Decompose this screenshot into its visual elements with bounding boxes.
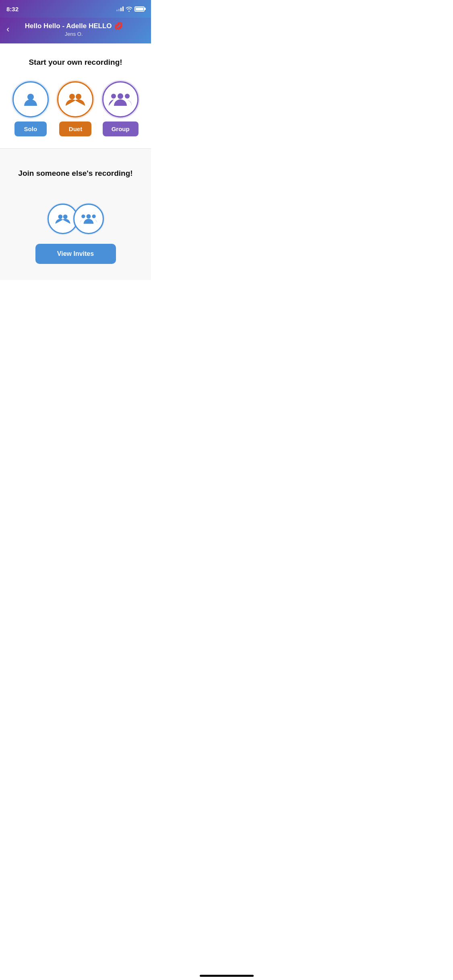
battery-icon xyxy=(134,6,145,12)
svg-point-7 xyxy=(63,214,67,219)
own-recording-title: Start your own recording! xyxy=(8,58,143,67)
header-text: Hello Hello - Adelle HELLO 💋 Jens O. xyxy=(12,22,145,37)
header-emoji: 💋 xyxy=(114,22,123,30)
svg-point-8 xyxy=(81,214,85,218)
svg-point-10 xyxy=(92,214,95,218)
duet-option[interactable]: Duet xyxy=(57,81,93,136)
join-group-circle xyxy=(73,204,104,234)
wifi-icon xyxy=(126,6,132,12)
svg-point-6 xyxy=(58,214,62,219)
svg-point-1 xyxy=(69,94,75,99)
svg-point-5 xyxy=(125,94,130,99)
group-people-icon xyxy=(109,91,132,108)
join-group-icon xyxy=(79,212,98,226)
navigation-header: ‹ Hello Hello - Adelle HELLO 💋 Jens O. xyxy=(0,18,151,43)
solo-circle xyxy=(12,81,49,117)
status-bar: 8:32 xyxy=(0,0,151,18)
svg-point-4 xyxy=(118,93,123,99)
join-recording-title: Join someone else's recording! xyxy=(18,169,132,178)
group-circle xyxy=(102,81,139,117)
solo-option[interactable]: Solo xyxy=(12,81,49,136)
solo-person-icon xyxy=(22,91,39,108)
join-recording-section: Join someone else's recording! View Invi xyxy=(0,149,151,280)
back-button[interactable]: ‹ xyxy=(6,23,12,36)
signal-icon xyxy=(116,6,124,11)
header-title: Hello Hello - Adelle HELLO 💋 xyxy=(12,22,135,30)
header-subtitle: Jens O. xyxy=(12,31,135,37)
group-label: Group xyxy=(103,121,139,136)
status-time: 8:32 xyxy=(6,6,19,12)
svg-point-3 xyxy=(111,94,116,99)
join-icons xyxy=(48,204,104,234)
own-recording-section: Start your own recording! Solo xyxy=(0,43,151,148)
group-option[interactable]: Group xyxy=(102,81,139,136)
join-duet-icon xyxy=(55,212,71,226)
view-invites-button[interactable]: View Invites xyxy=(35,244,116,264)
svg-point-0 xyxy=(27,94,34,100)
solo-label: Solo xyxy=(14,121,47,136)
svg-point-2 xyxy=(76,94,81,99)
recording-options: Solo Duet xyxy=(8,81,143,136)
duet-people-icon xyxy=(65,91,86,108)
svg-point-9 xyxy=(86,214,91,218)
duet-label: Duet xyxy=(59,121,91,136)
duet-circle xyxy=(57,81,93,117)
status-icons xyxy=(116,6,145,12)
